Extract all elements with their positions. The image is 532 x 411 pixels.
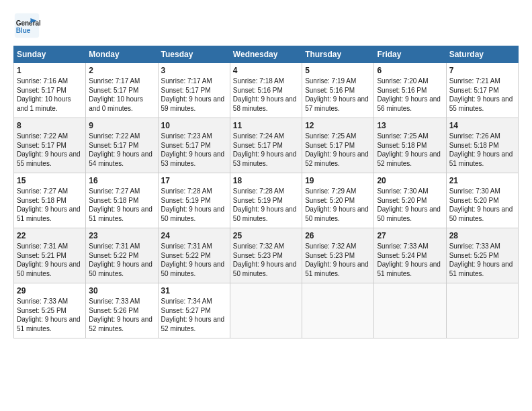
daylight: Daylight: 9 hours and 56 minutes. (377, 95, 441, 112)
daylight: Daylight: 9 hours and 58 minutes. (233, 95, 297, 112)
weekday-header-thursday: Thursday (302, 46, 374, 63)
weekday-header-wednesday: Wednesday (230, 46, 302, 63)
day-number: 22 (17, 230, 83, 241)
day-number: 12 (305, 120, 371, 131)
daylight: Daylight: 9 hours and 57 minutes. (305, 95, 369, 112)
daylight: Daylight: 9 hours and 59 minutes. (161, 95, 225, 112)
sunrise: Sunrise: 7:21 AM (449, 77, 500, 85)
weekday-header-sunday: Sunday (14, 46, 86, 63)
sunrise: Sunrise: 7:30 AM (449, 187, 500, 195)
day-number: 26 (305, 230, 371, 241)
calendar-cell: 24Sunrise: 7:31 AMSunset: 5:22 PMDayligh… (158, 228, 230, 283)
daylight: Daylight: 9 hours and 52 minutes. (89, 316, 152, 332)
day-number: 13 (377, 120, 443, 131)
sunset: Sunset: 5:17 PM (161, 87, 211, 94)
daylight: Daylight: 9 hours and 50 minutes. (377, 205, 441, 222)
sunrise: Sunrise: 7:30 AM (377, 187, 428, 195)
sunrise: Sunrise: 7:33 AM (449, 242, 500, 250)
sunrise: Sunrise: 7:26 AM (449, 132, 500, 140)
day-number: 4 (233, 65, 299, 76)
sunrise: Sunrise: 7:25 AM (305, 132, 356, 140)
calendar-cell: 8Sunrise: 7:22 AMSunset: 5:17 PMDaylight… (14, 118, 86, 173)
sunset: Sunset: 5:18 PM (17, 197, 66, 204)
day-number: 3 (161, 65, 227, 76)
weekday-header-tuesday: Tuesday (158, 46, 230, 63)
calendar-cell: 7Sunrise: 7:21 AMSunset: 5:17 PMDaylight… (446, 63, 518, 118)
day-number: 15 (17, 175, 83, 186)
calendar-cell: 31Sunrise: 7:34 AMSunset: 5:27 PMDayligh… (158, 283, 230, 338)
daylight: Daylight: 9 hours and 53 minutes. (233, 150, 297, 167)
sunset: Sunset: 5:17 PM (17, 142, 66, 149)
page: General Blue SundayMondayTuesdayWednesda… (0, 0, 532, 345)
calendar-header: SundayMondayTuesdayWednesdayThursdayFrid… (14, 46, 519, 63)
daylight: Daylight: 9 hours and 50 minutes. (161, 261, 225, 277)
day-number: 20 (377, 175, 443, 186)
sunset: Sunset: 5:18 PM (377, 142, 427, 149)
sunset: Sunset: 5:17 PM (161, 142, 211, 149)
weekday-row: SundayMondayTuesdayWednesdayThursdayFrid… (14, 46, 519, 63)
sunrise: Sunrise: 7:18 AM (233, 77, 284, 85)
day-number: 11 (233, 120, 299, 131)
calendar-cell (446, 283, 518, 338)
calendar-cell: 2Sunrise: 7:17 AMSunset: 5:17 PMDaylight… (86, 63, 158, 118)
calendar-week-4: 22Sunrise: 7:31 AMSunset: 5:21 PMDayligh… (14, 228, 519, 283)
sunrise: Sunrise: 7:17 AM (89, 77, 140, 85)
sunset: Sunset: 5:23 PM (233, 252, 283, 259)
day-number: 25 (233, 230, 299, 241)
day-number: 1 (17, 65, 83, 76)
sunrise: Sunrise: 7:27 AM (17, 187, 68, 195)
daylight: Daylight: 9 hours and 50 minutes. (449, 205, 513, 222)
sunset: Sunset: 5:24 PM (377, 252, 427, 259)
calendar-cell: 5Sunrise: 7:19 AMSunset: 5:16 PMDaylight… (302, 63, 374, 118)
day-number: 7 (449, 65, 515, 76)
sunset: Sunset: 5:18 PM (89, 197, 138, 204)
calendar-cell: 13Sunrise: 7:25 AMSunset: 5:18 PMDayligh… (374, 118, 446, 173)
day-number: 17 (161, 175, 227, 186)
sunset: Sunset: 5:20 PM (305, 197, 355, 204)
calendar-cell (374, 283, 446, 338)
calendar-cell: 17Sunrise: 7:28 AMSunset: 5:19 PMDayligh… (158, 173, 230, 228)
calendar-cell (230, 283, 302, 338)
calendar-cell: 25Sunrise: 7:32 AMSunset: 5:23 PMDayligh… (230, 228, 302, 283)
day-number: 14 (449, 120, 515, 131)
sunset: Sunset: 5:21 PM (17, 252, 66, 259)
calendar-cell: 20Sunrise: 7:30 AMSunset: 5:20 PMDayligh… (374, 173, 446, 228)
daylight: Daylight: 9 hours and 51 minutes. (377, 261, 441, 277)
day-number: 24 (161, 230, 227, 241)
calendar-cell: 11Sunrise: 7:24 AMSunset: 5:17 PMDayligh… (230, 118, 302, 173)
sunset: Sunset: 5:25 PM (449, 252, 499, 259)
day-number: 2 (89, 65, 154, 76)
weekday-header-saturday: Saturday (446, 46, 518, 63)
sunset: Sunset: 5:16 PM (377, 87, 427, 94)
daylight: Daylight: 9 hours and 50 minutes. (233, 205, 297, 222)
sunset: Sunset: 5:19 PM (233, 197, 283, 204)
sunrise: Sunrise: 7:33 AM (89, 298, 140, 305)
calendar-cell: 23Sunrise: 7:31 AMSunset: 5:22 PMDayligh… (86, 228, 158, 283)
day-number: 28 (449, 230, 515, 241)
calendar-week-2: 8Sunrise: 7:22 AMSunset: 5:17 PMDaylight… (14, 118, 519, 173)
calendar-cell: 6Sunrise: 7:20 AMSunset: 5:16 PMDaylight… (374, 63, 446, 118)
daylight: Daylight: 9 hours and 51 minutes. (17, 205, 81, 222)
sunrise: Sunrise: 7:17 AM (161, 77, 212, 85)
calendar-week-3: 15Sunrise: 7:27 AMSunset: 5:18 PMDayligh… (14, 173, 519, 228)
daylight: Daylight: 9 hours and 52 minutes. (161, 316, 225, 332)
sunrise: Sunrise: 7:32 AM (305, 242, 356, 250)
daylight: Daylight: 9 hours and 50 minutes. (161, 205, 225, 222)
sunset: Sunset: 5:18 PM (449, 142, 499, 149)
daylight: Daylight: 10 hours and 1 minute. (17, 95, 71, 112)
sunset: Sunset: 5:22 PM (89, 252, 138, 259)
calendar-week-1: 1Sunrise: 7:16 AMSunset: 5:17 PMDaylight… (14, 63, 519, 118)
header: General Blue (13, 12, 519, 39)
calendar-cell: 26Sunrise: 7:32 AMSunset: 5:23 PMDayligh… (302, 228, 374, 283)
sunrise: Sunrise: 7:32 AM (233, 242, 284, 250)
day-number: 19 (305, 175, 371, 186)
day-number: 16 (89, 175, 154, 186)
sunset: Sunset: 5:17 PM (17, 87, 66, 94)
day-number: 21 (449, 175, 515, 186)
sunrise: Sunrise: 7:33 AM (17, 298, 68, 305)
sunrise: Sunrise: 7:19 AM (305, 77, 356, 85)
sunset: Sunset: 5:22 PM (161, 252, 211, 259)
calendar-cell: 27Sunrise: 7:33 AMSunset: 5:24 PMDayligh… (374, 228, 446, 283)
logo: General Blue (13, 12, 40, 39)
sunrise: Sunrise: 7:29 AM (305, 187, 356, 195)
